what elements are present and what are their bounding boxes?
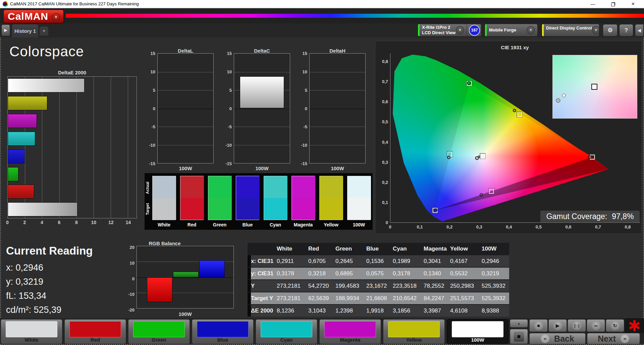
pattern-button-magenta[interactable]: Magenta	[319, 319, 381, 344]
measured-marker-magenta	[480, 193, 483, 197]
loop-icon: ∞	[591, 321, 601, 330]
y-tick-label: 15	[296, 51, 307, 56]
x-tick-label: 0,3	[476, 224, 482, 229]
table-value: 0,1340	[424, 268, 450, 279]
pattern-swatch	[6, 321, 57, 337]
x-tick-label: 0,4	[506, 224, 512, 229]
swatch-column-white: White	[152, 176, 176, 227]
next-button[interactable]: Next »	[587, 333, 640, 344]
delta-e-plot-area	[7, 76, 137, 218]
restore-icon	[611, 3, 615, 6]
table-value: 84,2247	[424, 292, 450, 304]
main-content: Colorspace DeltaE 2000 02468101214 Delta…	[0, 38, 644, 318]
range-button[interactable]: [··]	[568, 319, 586, 332]
bar-white	[8, 202, 77, 216]
table-value: 0,2946	[482, 255, 509, 267]
x-tick-label: 0	[6, 220, 9, 225]
bar-cyan	[8, 132, 35, 146]
row-strip	[248, 305, 251, 317]
stop-button[interactable]: ■	[529, 319, 548, 332]
table-value: 0,2645	[335, 255, 366, 267]
row-strip	[248, 268, 251, 279]
row-label: ΔE 2000	[251, 305, 277, 317]
maximize-button[interactable]	[605, 0, 621, 8]
measured-marker-white-b	[478, 156, 480, 158]
gridline	[310, 127, 365, 127]
pattern-window-expand-button[interactable]: ▲	[510, 319, 528, 328]
meter-label: X-Rite i1Pro 2LCD Direct View	[420, 25, 456, 36]
bar-red	[8, 185, 34, 199]
x-axis-label: 100W	[157, 165, 214, 171]
swatch-column-blue: Blue	[236, 176, 259, 227]
table-value: 0,3178	[277, 268, 308, 279]
gridline	[158, 90, 213, 90]
measured-marker-blue	[434, 208, 437, 212]
add-tab-button[interactable]: +	[40, 26, 48, 36]
table-value: 23,1672	[366, 280, 393, 292]
back-button[interactable]: « Back	[529, 333, 586, 344]
y-tick-label: -5	[220, 124, 232, 129]
loop-button[interactable]: ∞	[587, 319, 605, 332]
pattern-button-white[interactable]: White	[1, 319, 62, 344]
table-value: 54,2720	[308, 280, 335, 292]
chevron-up-icon: ▲	[517, 322, 521, 325]
pattern-button-100w[interactable]: 100W	[447, 319, 508, 344]
pattern-button-green[interactable]: Green	[128, 319, 190, 344]
actual-swatch	[180, 176, 204, 198]
source-dropdown-icon[interactable]: ▼	[527, 26, 535, 34]
nav-forward-button[interactable]: ▶	[1, 24, 10, 36]
pattern-swatch	[133, 321, 185, 337]
pattern-button-red[interactable]: Red	[64, 319, 126, 344]
target-swatch	[236, 198, 260, 220]
x-tick-label: 0,6	[565, 224, 571, 229]
settings-button[interactable]: ⚙	[603, 24, 618, 37]
gridline	[234, 72, 290, 72]
table-value: 0,1989	[393, 255, 424, 267]
row-label: Y	[251, 280, 277, 292]
bar-blue	[8, 149, 25, 163]
value-bar	[173, 272, 199, 277]
help-icon: ?	[625, 27, 628, 33]
x-tick-label: 4	[41, 220, 43, 225]
swatch-column-yellow: Yellow	[319, 176, 343, 227]
pattern-window-button[interactable]: ■	[510, 329, 528, 344]
display-control-selector[interactable]: Direct Display Control ▼	[542, 24, 599, 37]
measured-marker-green	[467, 81, 471, 85]
display-dropdown-icon[interactable]: ▼	[592, 26, 599, 34]
collapse-panel-button[interactable]: ◀	[635, 24, 644, 37]
refresh-button[interactable]: ↻	[606, 319, 624, 332]
tab-history-1[interactable]: History 1	[12, 24, 38, 38]
swatch-frame	[236, 176, 259, 220]
pattern-button-blue[interactable]: Blue	[192, 319, 254, 344]
pattern-swatch	[324, 321, 376, 337]
close-button[interactable]: ×	[626, 0, 641, 8]
play-button[interactable]: ▶	[548, 319, 567, 332]
x-axis-label: 100W	[309, 165, 366, 171]
y-tick-label: 5	[296, 87, 307, 92]
help-button[interactable]: ?	[619, 24, 633, 37]
cie-y-axis: 00,10,20,30,40,50,60,70,8	[375, 53, 389, 222]
pattern-button-yellow[interactable]: Yellow	[383, 319, 445, 344]
table-corner-strip	[248, 243, 251, 255]
app-header: CalMAN ▼	[0, 8, 644, 23]
x-tick-label: 8	[75, 220, 78, 225]
pattern-button-cyan[interactable]: Cyan	[256, 319, 317, 344]
rgb-balance-chart: RGB Balance20100-10-20100W	[123, 240, 237, 318]
gamut-coverage-label: Gamut Coverage:	[546, 212, 607, 221]
source-selector[interactable]: Mobile Forge ▼	[485, 24, 538, 37]
row-label: Target Y	[251, 292, 277, 304]
meter-dropdown-icon[interactable]: ▼	[456, 26, 464, 34]
reading-cdm2: cd/m²: 525,39	[6, 303, 93, 317]
target-swatch	[347, 198, 371, 220]
meter-selector[interactable]: X-Rite i1Pro 2LCD Direct View ▼ 167	[418, 24, 481, 37]
row-label: y: CIE31	[251, 268, 277, 279]
y-tick-label: 0,7	[377, 79, 388, 84]
calman-menu-button[interactable]: CalMAN ▼	[3, 10, 64, 23]
minimize-button[interactable]: —	[585, 0, 600, 8]
y-tick-label: 5	[144, 87, 155, 92]
target-marker-white	[480, 153, 485, 158]
back-chevrons-icon: «	[541, 334, 549, 343]
table-value: 250,2983	[450, 280, 482, 292]
x-tick-label: 0,8	[625, 224, 631, 229]
meter-count-badge[interactable]: 167	[469, 25, 480, 36]
